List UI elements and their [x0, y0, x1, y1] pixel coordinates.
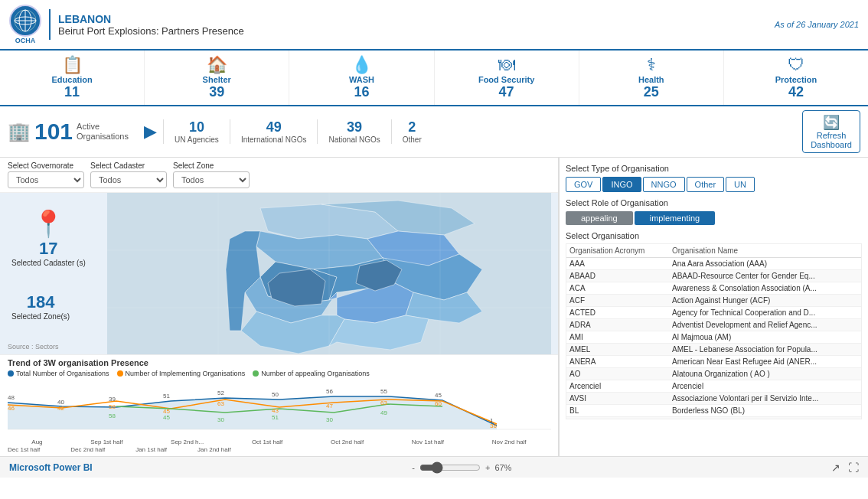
food-security-icon: 🍽 — [498, 55, 515, 75]
org-acronym-cell: ANERA — [566, 356, 669, 368]
btn-implementing[interactable]: implementing — [635, 211, 715, 225]
zoom-minus[interactable]: - — [412, 463, 415, 472]
sector-health[interactable]: ⚕ Health 25 — [579, 51, 724, 105]
table-row[interactable]: ACAAwareness & Consolation Association (… — [566, 282, 861, 295]
zone-filter: Select Zone Todos — [173, 161, 250, 188]
zone-count-area: 184 Selected Zone(s) — [11, 292, 70, 321]
org-name-cell: Al Majmoua (AM) — [669, 331, 861, 344]
btn-appealing[interactable]: appealing — [566, 211, 633, 225]
sector-education[interactable]: 📋 Education 11 — [0, 51, 145, 105]
svg-text:47: 47 — [326, 403, 333, 409]
org-acronym-cell: ABAAD — [566, 270, 669, 282]
other-stat: 2 Other — [391, 119, 432, 144]
cadaster-select[interactable]: Todos — [90, 171, 167, 188]
btn-ingo[interactable]: INGO — [602, 177, 641, 192]
table-row[interactable]: ABAADABAAD-Resource Center for Gender Eq… — [566, 270, 861, 282]
wash-count: 16 — [354, 84, 369, 100]
org-name-cell: Borderless NGO (BL) — [669, 405, 861, 417]
table-row[interactable]: ACFAction Against Hunger (ACF) — [566, 295, 861, 307]
org-name-cell: Basmeh and Zeitooneh for Relief and De..… — [669, 417, 861, 420]
btn-gov[interactable]: GOV — [566, 177, 601, 192]
source-label: Source : Sectors — [8, 343, 59, 351]
table-row[interactable]: AMELAMEL - Lebanese Association for Popu… — [566, 344, 861, 356]
share-icon[interactable]: ↗ — [831, 461, 840, 474]
org-acronym-cell: AAA — [566, 258, 669, 270]
zone-count-label: Selected Zone(s) — [11, 312, 70, 321]
active-orgs-icon: 🏢 — [8, 121, 31, 142]
powerbi-link[interactable]: Microsoft Power BI — [9, 462, 93, 473]
org-acronym-cell: BZ — [566, 417, 669, 420]
zoom-control: - + 67% — [412, 461, 511, 474]
governorate-filter: Select Governorate Todos — [8, 161, 84, 188]
svg-text:58: 58 — [109, 413, 116, 419]
legend-appealing: Number of appealing Organisations — [253, 370, 370, 377]
map-pin-icon: 📍 — [32, 208, 64, 239]
svg-text:60: 60 — [435, 400, 442, 407]
education-icon: 📋 — [62, 55, 83, 75]
dashboard-label: Dashboard — [811, 140, 852, 149]
un-agencies-number: 10 — [189, 119, 204, 135]
org-acronym-cell: ACTED — [566, 307, 669, 319]
org-name-cell: Arcenciel — [669, 380, 861, 393]
org-type-buttons: GOV INGO NNGO Other UN — [566, 177, 862, 192]
zone-select[interactable]: Todos — [173, 171, 250, 188]
governorate-select[interactable]: Todos — [8, 171, 84, 188]
org-acronym-cell: Arcenciel — [566, 380, 669, 393]
svg-text:63: 63 — [380, 400, 387, 406]
org-name-cell: Ana Aara Association (AAA) — [669, 258, 861, 270]
svg-text:30: 30 — [326, 416, 333, 423]
org-table-container: Organisation Acronym Organisation Name A… — [566, 243, 862, 419]
governorate-label: Select Governorate — [8, 161, 84, 170]
sector-shelter[interactable]: 🏠 Shelter 39 — [145, 51, 289, 105]
cadaster-count: 17 — [39, 239, 57, 259]
btn-other-type[interactable]: Other — [687, 177, 725, 192]
natl-ngos-number: 39 — [347, 119, 362, 135]
table-row[interactable]: AVSIAssociazione Volontari per il Serviz… — [566, 393, 861, 405]
intl-ngos-label: International NGOs — [241, 135, 307, 144]
fullscreen-icon[interactable]: ⛶ — [848, 461, 859, 474]
btn-nngo[interactable]: NNGO — [643, 177, 685, 192]
sector-food-security[interactable]: 🍽 Food Security 47 — [435, 51, 579, 105]
table-row[interactable]: ArcencielArcenciel — [566, 380, 861, 393]
table-row[interactable]: ACTEDAgency for Technical Cooperation an… — [566, 307, 861, 319]
un-agencies-label: UN Agencies — [175, 135, 219, 144]
shelter-icon: 🏠 — [207, 55, 227, 75]
refresh-button[interactable]: 🔄 Refresh Dashboard — [802, 110, 860, 153]
org-select-title: Select Organisation — [566, 231, 862, 240]
table-row[interactable]: AMIAl Majmoua (AM) — [566, 331, 861, 344]
svg-text:55: 55 — [380, 388, 387, 395]
protection-label: Protection — [775, 75, 817, 84]
svg-text:56: 56 — [326, 388, 333, 395]
org-acronym-cell: AMI — [566, 331, 669, 344]
svg-text:52: 52 — [217, 390, 224, 396]
svg-text:43: 43 — [272, 407, 279, 414]
table-row[interactable]: AOAlatouna Organization ( AO ) — [566, 368, 861, 380]
sector-wash[interactable]: 💧 WASH 16 — [289, 51, 434, 105]
svg-text:58: 58 — [109, 403, 116, 410]
sector-protection[interactable]: 🛡 Protection 42 — [724, 51, 868, 105]
table-row[interactable]: AAAAna Aara Association (AAA) — [566, 258, 861, 270]
active-orgs-block: 🏢 101 Active Organisations — [8, 120, 130, 143]
org-acronym-cell: AVSI — [566, 393, 669, 405]
svg-marker-27 — [8, 396, 497, 429]
zoom-slider[interactable] — [419, 461, 481, 474]
table-row[interactable]: BLBorderless NGO (BL) — [566, 405, 861, 417]
org-name-cell: Alatouna Organization ( AO ) — [669, 368, 861, 380]
org-name-cell: Action Against Hunger (ACF) — [669, 295, 861, 307]
btn-un[interactable]: UN — [726, 177, 755, 192]
table-row[interactable]: BZBasmeh and Zeitooneh for Relief and De… — [566, 417, 861, 420]
org-name-cell: Adventist Development and Relief Agenc..… — [669, 319, 861, 331]
svg-text:48: 48 — [8, 394, 15, 401]
intl-ngos-stat: 49 International NGOs — [230, 119, 318, 144]
svg-text:63: 63 — [217, 400, 224, 407]
org-acronym-cell: ADRA — [566, 319, 669, 331]
table-row[interactable]: ADRAAdventist Development and Relief Age… — [566, 319, 861, 331]
legend-implementing: Number of Implementing Organisations — [117, 370, 246, 377]
map-svg[interactable] — [107, 193, 551, 354]
natl-ngos-label: National NGOs — [328, 135, 380, 144]
time-labels-row2: Dec 1st halfDec 2nd halfJan 1st halfJan … — [8, 446, 550, 453]
active-orgs-label: Active Organisations — [77, 122, 130, 142]
zoom-plus[interactable]: + — [485, 463, 490, 472]
table-row[interactable]: ANERAAmerican Near East Refugee Aid (ANE… — [566, 356, 861, 368]
trend-chart-svg: 48 40 39 51 52 50 56 55 45 1 46 42 58 45… — [8, 380, 551, 437]
